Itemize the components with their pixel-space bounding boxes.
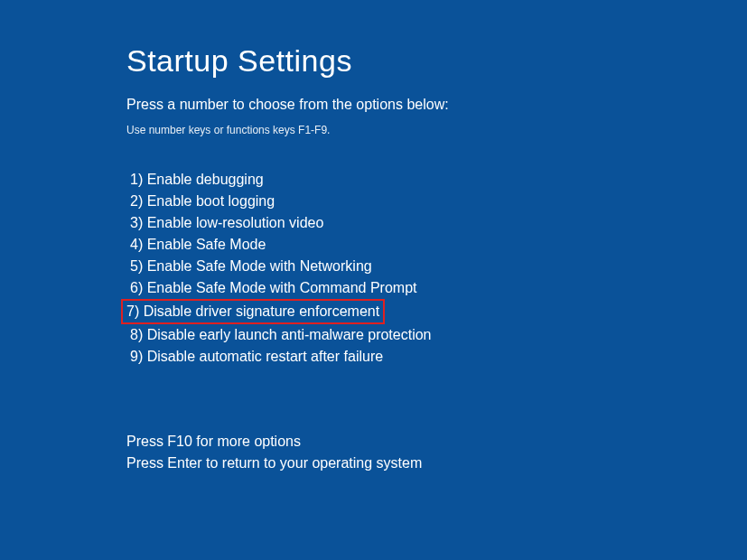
- option-2[interactable]: 2) Enable boot logging: [126, 191, 278, 212]
- option-6[interactable]: 6) Enable Safe Mode with Command Prompt: [126, 277, 420, 299]
- startup-settings-screen: Startup Settings Press a number to choos…: [0, 0, 747, 474]
- hint-text: Use number keys or functions keys F1-F9.: [126, 124, 747, 136]
- options-list: 1) Enable debugging2) Enable boot loggin…: [126, 169, 747, 368]
- option-8[interactable]: 8) Disable early launch anti-malware pro…: [126, 324, 435, 346]
- option-9[interactable]: 9) Disable automatic restart after failu…: [126, 346, 387, 368]
- option-3[interactable]: 3) Enable low-resolution video: [126, 212, 327, 234]
- option-4[interactable]: 4) Enable Safe Mode: [126, 234, 269, 256]
- instruction-text: Press a number to choose from the option…: [126, 97, 747, 113]
- page-title: Startup Settings: [126, 43, 747, 79]
- option-7[interactable]: 7) Disable driver signature enforcement: [121, 299, 385, 324]
- footer-more-options: Press F10 for more options: [126, 431, 747, 453]
- footer-return: Press Enter to return to your operating …: [126, 453, 747, 474]
- option-1[interactable]: 1) Enable debugging: [126, 169, 267, 191]
- option-5[interactable]: 5) Enable Safe Mode with Networking: [126, 256, 376, 277]
